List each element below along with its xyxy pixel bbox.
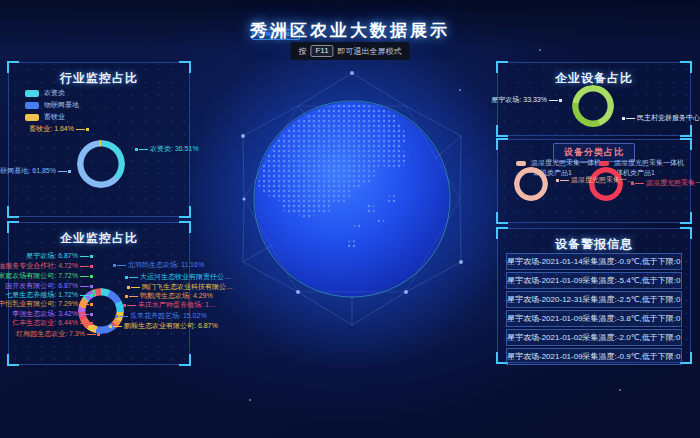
pie-label: 国开发有限公司: 6.87%: [5, 282, 93, 290]
alert-row: 星宇农场-2021-01-09采集温度:-5.4℃,低于下限:0℃: [506, 272, 682, 289]
globe-visualization: [202, 49, 502, 349]
pie-label: 北羽鸽生态农场: 11.16%: [113, 261, 204, 269]
pie-label: 大运河生态牧业有限责任公…: [125, 273, 231, 281]
alert-row: 星宇农场-2021-01-14采集温度:-0.9℃,低于下限:0℃: [506, 253, 682, 270]
legend-label: 温湿度光照采集一体机: [614, 159, 684, 167]
pie-label: 星宇农场: 6.87%: [26, 252, 93, 260]
panel-title: 企业设备占比: [498, 63, 690, 87]
pie-label: 鹏顺生态农业有限公司: 6.87%: [109, 322, 218, 330]
pie-label-minzhucun: 民主村党群服务中心…: [622, 114, 700, 122]
legend-label: 温湿度光照采集一体机: [531, 159, 601, 167]
alert-row: 星宇农场-2021-01-02采集温度:-2.0℃,低于下限:0℃: [506, 329, 682, 346]
alert-row: 星宇农场-2021-01-09采集温度:-3.8℃,低于下限:0℃: [506, 310, 682, 327]
enterprise-monitor-panel: 企业监控占比 星宇农场: 6.87% 粮油服务专业合作社: 4.72% 家庭农场…: [8, 222, 190, 365]
legend-item-nongzilei[interactable]: 农资类: [25, 89, 65, 97]
pie-label: 粮油服务专业合作社: 4.72%: [0, 262, 93, 270]
pie-label: 中恒乳业有限公司: 7.29%: [0, 300, 93, 308]
legend-swatch: [25, 114, 39, 121]
category-donut-left[interactable]: [514, 167, 548, 201]
legend-swatch: [516, 161, 526, 166]
pie-label-xumuye: 畜牧业: 1.64%: [29, 125, 89, 133]
pie-label: 七星生态养殖场: 1.72%: [5, 291, 93, 299]
legend-item[interactable]: 温湿度光照采集一体机: [599, 159, 684, 167]
pie-label: 红梅园生态农业: 7.3%: [16, 330, 100, 338]
alert-row: 星宇农场-2021-01-09采集温度:-0.9℃,低于下限:0℃: [506, 348, 682, 365]
pie-label: 李强生态农场: 3.42%: [12, 310, 93, 318]
industry-monitor-panel: 行业监控占比 农资类 物联网基地 畜牧业 畜牧业: 1.64% 农资类: 36.…: [8, 62, 190, 217]
pie-label-nongzilei: 农资类: 36.51%: [135, 145, 199, 153]
pie-callout: 温湿度光照采集一…: [631, 179, 700, 187]
pie-callout: 温湿度光照采集一…: [556, 176, 634, 184]
device-alerts-panel: 设备警报信息 星宇农场-2021-01-14采集温度:-0.9℃,低于下限:0℃…: [497, 228, 691, 363]
pie-label-wulianwang: 物联网基地: 61.85%: [0, 167, 71, 175]
page-title: 秀洲区农业大数据展示: [0, 19, 700, 42]
dashboard: TONGNONG 秀洲区农业大数据展示 按 F11 即可退出全屏模式 行业监控占…: [0, 0, 700, 438]
panel-title: 企业监控占比: [9, 223, 189, 247]
pie-label: 瓜果花卉园艺场: 15.02%: [115, 312, 207, 320]
legend-item-xumuye[interactable]: 畜牧业: [25, 113, 65, 121]
alert-row: 星宇农场-2020-12-31采集温度:-2.5℃,低于下限:0℃: [506, 291, 682, 308]
pie-label: 陶门飞生态农业科技有限公…: [127, 283, 233, 291]
industry-donut-chart[interactable]: [77, 140, 125, 188]
legend-label: 农资类: [44, 89, 65, 97]
pie-label: 仁丰生态农业: 6.44%: [12, 319, 93, 327]
legend-label: 物联网基地: [44, 101, 79, 109]
device-ratio-panel: 企业设备占比 星宇农场: 33.33% 民主村党群服务中心…: [497, 62, 691, 136]
legend-label: 畜牧业: [44, 113, 65, 121]
panel-title: 设备警报信息: [498, 229, 690, 253]
legend-swatch: [25, 102, 39, 109]
device-category-panel: 设备分类占比 温湿度光照采集一体机 一体机类产品1 温湿度光照采集一… 温湿度光…: [497, 139, 691, 223]
pie-label-xingyu: 星宇农场: 33.33%: [491, 96, 562, 104]
category-donut-right[interactable]: [589, 167, 623, 201]
pie-label: 丰庄水产种蛋养殖场: 1…: [123, 301, 216, 309]
device-donut-chart[interactable]: [572, 85, 614, 127]
pie-label: 鸭鹅湾生态农场: 4.29%: [125, 292, 213, 300]
legend-swatch: [25, 90, 39, 97]
legend-item-wulianwang[interactable]: 物联网基地: [25, 101, 79, 109]
legend-swatch: [599, 161, 609, 166]
panel-title: 行业监控占比: [9, 63, 189, 87]
legend-item[interactable]: 温湿度光照采集一体机: [516, 159, 601, 167]
pie-label: 家庭农场有限公司: 7.72%: [0, 272, 93, 280]
